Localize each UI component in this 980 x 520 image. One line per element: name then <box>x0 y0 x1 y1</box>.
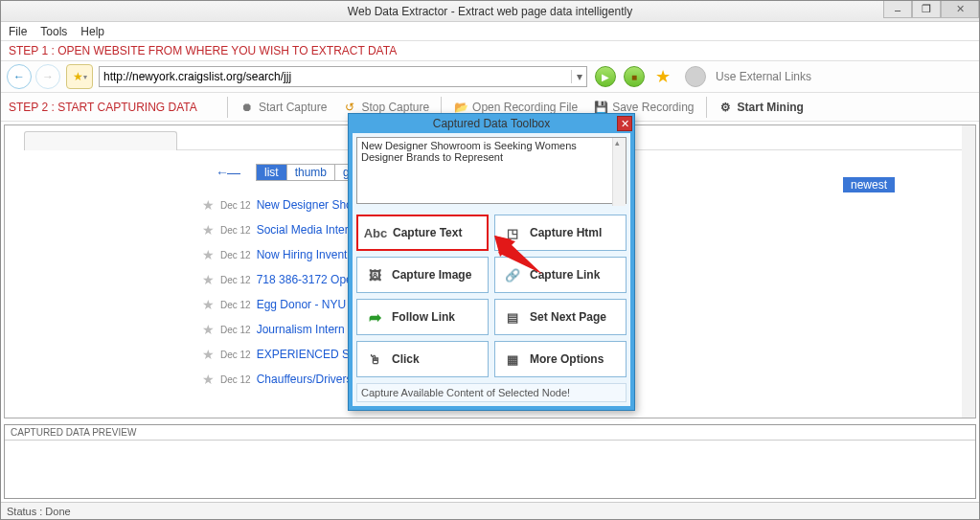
window-minimize-button[interactable]: – <box>883 1 912 18</box>
row-date: Dec 12 <box>220 374 251 385</box>
status-bar: Status : Done <box>1 502 979 519</box>
click-icon: 🖱 <box>365 350 384 369</box>
follow-icon: ➦ <box>365 307 384 327</box>
row-title-link[interactable]: Journalism Intern <box>257 323 345 336</box>
star-icon[interactable]: ★ <box>202 197 215 213</box>
row-date: Dec 12 <box>220 350 251 360</box>
links-icon <box>685 66 706 87</box>
url-dropdown[interactable]: ▾ <box>571 70 586 83</box>
follow-link-button[interactable]: ➦Follow Link <box>356 299 489 335</box>
start-mining-button[interactable]: ⚙Start Mining <box>715 98 808 117</box>
click-button[interactable]: 🖱Click <box>356 341 489 377</box>
star-icon[interactable]: ★ <box>202 347 215 362</box>
window-title: Web Data Extractor - Extract web page da… <box>348 5 632 18</box>
stop-button[interactable]: ■ <box>624 66 645 87</box>
row-date: Dec 12 <box>220 275 251 285</box>
step2-label: STEP 2 : START CAPTURING DATA <box>9 101 219 114</box>
step1-label: STEP 1 : OPEN WEBSITE FROM WHERE YOU WIS… <box>1 41 979 60</box>
separator <box>706 97 707 118</box>
captured-data-toolbox: Captured Data Toolbox ✕ AbcCapture Text … <box>348 113 635 411</box>
go-button[interactable]: ▶ <box>595 66 616 87</box>
window-maximize-button[interactable]: ❐ <box>912 1 941 18</box>
toolbox-text-wrap <box>356 137 627 207</box>
capture-link-button[interactable]: 🔗Capture Link <box>494 257 627 293</box>
star-icon[interactable]: ★ <box>202 372 215 387</box>
star-icon[interactable]: ★ <box>202 222 215 237</box>
nav-back-button[interactable]: ← <box>7 64 32 89</box>
captured-preview-header: CAPTURED DATA PREVIEW <box>5 425 975 441</box>
sort-newest[interactable]: newest <box>843 177 895 192</box>
link-icon: 🔗 <box>503 265 522 284</box>
back-arrow-icon[interactable]: ←— <box>216 165 239 180</box>
star-icon[interactable]: ★ <box>202 272 215 287</box>
menu-bar: File Tools Help <box>1 22 979 41</box>
row-date: Dec 12 <box>220 200 251 211</box>
capture-html-button[interactable]: ◳Capture Html <box>494 215 627 251</box>
window-close-button[interactable]: ✕ <box>941 1 979 18</box>
star-icon[interactable]: ★ <box>202 247 215 262</box>
page-icon: ▤ <box>503 307 522 327</box>
toolbox-close-button[interactable]: ✕ <box>617 116 632 131</box>
capture-text-button[interactable]: AbcCapture Text <box>356 215 489 251</box>
favorites-button[interactable]: ★▾ <box>66 64 93 89</box>
window-controls: – ❐ ✕ <box>883 1 979 18</box>
capture-image-button[interactable]: 🖼Capture Image <box>356 257 489 293</box>
use-external-links[interactable]: Use External Links <box>716 70 811 83</box>
toolbox-body: AbcCapture Text ◳Capture Html 🖼Capture I… <box>353 133 630 406</box>
more-options-button[interactable]: ▦More Options <box>494 341 627 377</box>
nav-toolbar: ← → ★▾ ▾ ▶ ■ ★ Use External Links <box>1 60 979 93</box>
captured-data-preview: CAPTURED DATA PREVIEW <box>4 424 976 499</box>
url-field-wrap: ▾ <box>99 66 587 87</box>
toolbox-titlebar[interactable]: Captured Data Toolbox ✕ <box>349 114 634 133</box>
mining-icon: ⚙ <box>718 100 734 115</box>
more-icon: ▦ <box>503 350 522 369</box>
image-icon: 🖼 <box>365 265 384 284</box>
toolbox-text-scrollbar[interactable] <box>612 138 626 206</box>
status-text: Status : Done <box>7 506 71 517</box>
html-icon: ◳ <box>503 223 522 242</box>
record-icon: ⏺ <box>239 100 255 115</box>
menu-tools[interactable]: Tools <box>40 25 67 38</box>
toolbox-text[interactable] <box>356 137 627 204</box>
nav-forward-button[interactable]: → <box>35 64 60 89</box>
text-icon: Abc <box>366 223 385 242</box>
menu-help[interactable]: Help <box>80 25 104 38</box>
row-date: Dec 12 <box>220 225 251 236</box>
menu-file[interactable]: File <box>9 25 27 38</box>
browser-tab[interactable] <box>24 131 177 150</box>
url-input[interactable] <box>100 70 571 83</box>
star-icon[interactable]: ★ <box>202 297 215 312</box>
view-list[interactable]: list <box>256 164 287 181</box>
separator <box>227 97 228 118</box>
title-bar: Web Data Extractor - Extract web page da… <box>1 1 979 22</box>
star-icon[interactable]: ★ <box>202 322 215 337</box>
toolbox-title: Captured Data Toolbox <box>433 117 551 130</box>
start-capture-button[interactable]: ⏺Start Capture <box>236 98 330 117</box>
toolbox-status: Capture Available Content of Selected No… <box>356 383 627 402</box>
row-date: Dec 12 <box>220 250 251 260</box>
view-thumb[interactable]: thumb <box>287 164 335 181</box>
row-date: Dec 12 <box>220 300 251 310</box>
row-date: Dec 12 <box>220 325 251 335</box>
bookmark-button[interactable]: ★ <box>652 66 673 87</box>
set-next-page-button[interactable]: ▤Set Next Page <box>494 299 627 335</box>
toolbox-button-grid: AbcCapture Text ◳Capture Html 🖼Capture I… <box>356 215 627 377</box>
